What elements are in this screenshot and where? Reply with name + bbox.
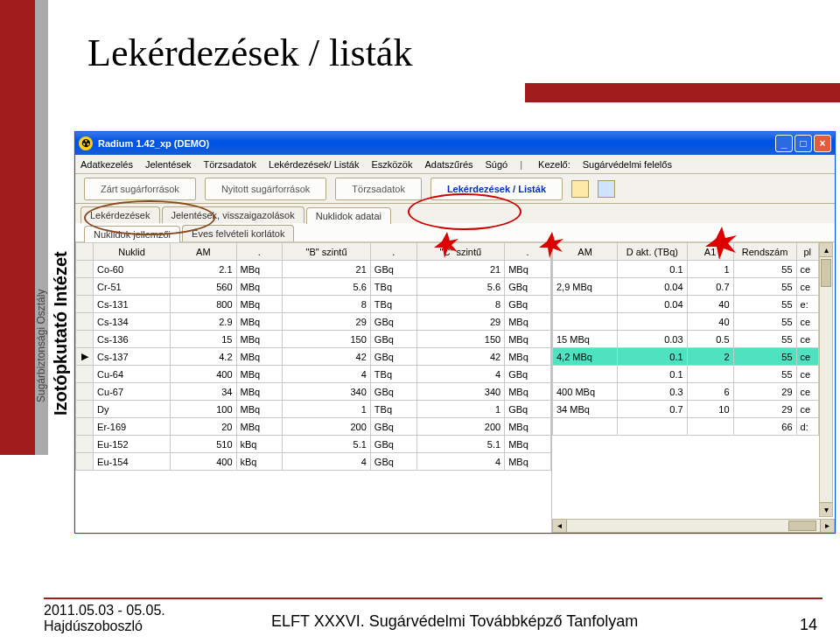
table-row[interactable]: Cs-1342.9MBq29GBq29MBq <box>76 313 551 331</box>
tab-queries-lists[interactable]: Lekérdezések / Listák <box>430 178 563 200</box>
menu-item[interactable]: Jelentések <box>145 159 192 170</box>
dept-label: Sugárbiztonsági Osztály <box>35 290 47 402</box>
app-icon: ☢ <box>79 136 93 150</box>
handler-label: Kezelő: <box>538 159 570 170</box>
institute-label: Izotópkutató Intézet <box>51 251 71 416</box>
vertical-scrollbar[interactable]: ▴ ▾ <box>819 242 833 517</box>
table-area: NuklidAM."B" szintű."C" szintű. Co-602.1… <box>75 242 835 533</box>
rail-red <box>0 0 35 455</box>
window-titlebar[interactable]: ☢ Radium 1.42_xp (DEMO) _ □ × <box>75 132 835 155</box>
table-row[interactable]: Cs-131800MBq8TBq8GBq <box>76 296 551 313</box>
col-header[interactable]: pl <box>796 243 818 261</box>
tab-closed-sources[interactable]: Zárt sugárforrások <box>84 178 196 200</box>
main-tabbar: Zárt sugárforrások Nyitott sugárforrások… <box>75 174 835 204</box>
menu-item[interactable]: Eszközök <box>371 159 412 170</box>
subtab-reports[interactable]: Jelentések, visszaigazolások <box>162 206 304 223</box>
table-row[interactable]: Eu-152510kBq5.1GBq5.1MBq <box>76 436 551 453</box>
scroll-up-icon[interactable]: ▴ <box>820 243 832 257</box>
title-accent-bar <box>525 83 840 102</box>
subtab-queries[interactable]: Lekérdezések <box>80 206 160 223</box>
scroll-down-icon[interactable]: ▾ <box>820 502 832 516</box>
col-header[interactable]: "C" szintű <box>416 243 505 261</box>
left-grid[interactable]: NuklidAM."B" szintű."C" szintű. Co-602.1… <box>75 242 552 533</box>
table-row[interactable]: 4055ce <box>553 313 819 331</box>
col-header[interactable]: A1 <box>687 243 733 261</box>
col-header[interactable]: AM <box>553 243 618 261</box>
col-header[interactable] <box>76 243 94 261</box>
table-row[interactable]: 15 MBq0.030.555ce <box>553 331 819 348</box>
menu-item[interactable]: Súgó <box>486 159 508 170</box>
table-row[interactable]: ▶Cs-1374.2MBq42GBq42MBq <box>76 348 551 366</box>
subtab-row-2: Nuklidok jellemzői Éves felvételi korlát… <box>75 223 835 242</box>
toolbar-icon[interactable] <box>598 180 615 198</box>
scroll-right-icon[interactable]: ▸ <box>820 520 834 532</box>
table-row[interactable]: Cu-6734MBq340GBq340MBq <box>76 383 551 401</box>
scroll-thumb[interactable] <box>821 259 831 287</box>
maximize-button[interactable]: □ <box>794 135 812 152</box>
scroll-left-icon[interactable]: ◂ <box>553 520 567 532</box>
table-row[interactable]: 4,2 MBq0.1255ce <box>553 348 819 366</box>
col-header[interactable]: . <box>370 243 416 261</box>
col-header[interactable]: Rendszám <box>733 243 796 261</box>
tab-open-sources[interactable]: Nyitott sugárforrások <box>205 178 326 200</box>
footer-mid: ELFT XXXVI. Sugárvédelmi Továbbképző Tan… <box>271 612 638 631</box>
table-row[interactable]: Eu-154400kBq4GBq4MBq <box>76 453 551 471</box>
horizontal-scrollbar[interactable]: ◂ ▸ <box>552 519 835 533</box>
col-header[interactable]: AM <box>171 243 236 261</box>
slide-title: Lekérdezések / listák <box>88 31 412 75</box>
tab-masterdata[interactable]: Törzsadatok <box>335 178 422 200</box>
table-row[interactable]: 0.1155ce <box>553 261 819 278</box>
col-header[interactable]: D akt. (TBq) <box>618 243 687 261</box>
table-row[interactable]: 2,9 MBq0.040.755ce <box>553 278 819 296</box>
table-row[interactable]: Cu-64400MBq4TBq4GBq <box>76 366 551 383</box>
col-header[interactable]: . <box>505 243 551 261</box>
handler-value: Sugárvédelmi felelős <box>583 159 672 170</box>
page-number: 14 <box>800 616 817 634</box>
scroll-thumb-h[interactable] <box>788 521 816 531</box>
footer-place: Hajdúszoboszló <box>44 619 143 633</box>
col-header[interactable]: Nuklid <box>94 243 171 261</box>
menubar: Adatkezelés Jelentések Törzsadatok Lekér… <box>75 155 835 174</box>
table-row[interactable]: 400 MBq0.3629ce <box>553 383 819 401</box>
menu-item[interactable]: Adatkezelés <box>80 159 133 170</box>
window-title: Radium 1.42_xp (DEMO) <box>98 138 209 149</box>
table-row[interactable]: Er-16920MBq200GBq200MBq <box>76 418 551 436</box>
subtab-nuclide-data[interactable]: Nuklidok adatai <box>306 207 391 224</box>
nuclide-table[interactable]: NuklidAM."B" szintű."C" szintű. Co-602.1… <box>75 242 551 471</box>
subtab-row-1: Lekérdezések Jelentések, visszaigazoláso… <box>75 204 835 223</box>
table-row[interactable]: 0.155ce <box>553 366 819 383</box>
subtab-annual-limits[interactable]: Éves felvételi korlátok <box>182 225 294 241</box>
slide-footer: 2011.05.03 - 05.05. Hajdúszoboszló ELFT … <box>44 603 822 634</box>
menu-item[interactable]: Törzsadatok <box>204 159 257 170</box>
table-row[interactable]: 66d: <box>553 418 819 436</box>
table-row[interactable]: Dy100MBq1TBq1GBq <box>76 401 551 418</box>
table-row[interactable]: Cr-51560MBq5.6TBq5.6GBq <box>76 278 551 296</box>
col-header[interactable]: . <box>236 243 283 261</box>
footer-date: 2011.05.03 - 05.05. <box>44 603 165 618</box>
table-row[interactable]: Co-602.1MBq21GBq21MBq <box>76 261 551 278</box>
right-table[interactable]: AMD akt. (TBq)A1Rendszámpl 0.1155ce2,9 M… <box>552 242 819 436</box>
right-grid[interactable]: AMD akt. (TBq)A1Rendszámpl 0.1155ce2,9 M… <box>552 242 835 533</box>
minimize-button[interactable]: _ <box>775 135 793 152</box>
app-window: ☢ Radium 1.42_xp (DEMO) _ □ × Adatkezelé… <box>74 131 836 534</box>
subtab-nuclide-props[interactable]: Nuklidok jellemzői <box>84 226 180 242</box>
col-header[interactable]: "B" szintű <box>283 243 371 261</box>
table-row[interactable]: 34 MBq0.71029ce <box>553 401 819 418</box>
menu-item[interactable]: Adatszűrés <box>424 159 472 170</box>
footer-divider <box>44 598 822 599</box>
table-row[interactable]: 0.044055e: <box>553 296 819 313</box>
table-row[interactable]: Cs-13615MBq150GBq150MBq <box>76 331 551 348</box>
close-button[interactable]: × <box>814 135 831 152</box>
menu-item[interactable]: Lekérdezések/ Listák <box>269 159 359 170</box>
toolbar-icon[interactable] <box>571 180 589 198</box>
